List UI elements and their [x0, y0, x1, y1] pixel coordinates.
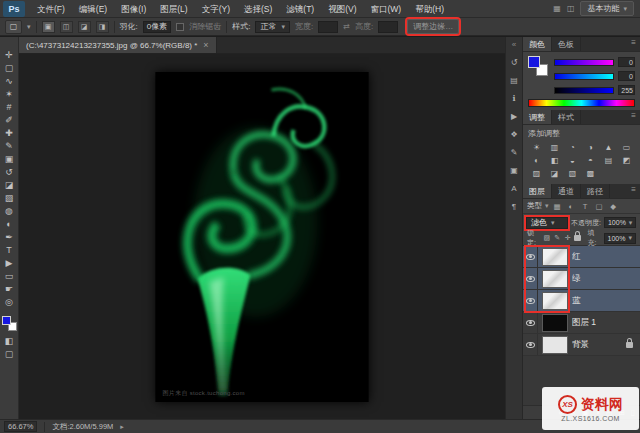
menu-filter[interactable]: 滤镜(T) [279, 0, 321, 18]
visibility-toggle[interactable] [523, 312, 538, 333]
menu-view[interactable]: 视图(V) [321, 0, 363, 18]
refine-edge-button[interactable]: 调整边缘… [407, 19, 459, 34]
layer-name[interactable]: 红 [572, 251, 581, 263]
height-input[interactable] [378, 21, 398, 33]
tool-pen[interactable]: ✒ [1, 231, 18, 244]
vibrance-icon[interactable]: ▲ [600, 142, 617, 154]
navigator-panel-icon[interactable]: ❖ [508, 129, 521, 141]
visibility-toggle[interactable] [523, 334, 538, 355]
tab-adjustments[interactable]: 调整 [523, 110, 552, 124]
document-image[interactable]: 图片来自 stock.tuchong.com [156, 72, 369, 402]
selection-subtract-icon[interactable]: ◪ [78, 21, 91, 33]
curves-icon[interactable]: ◔ [564, 142, 581, 154]
levels-icon[interactable]: ▥ [546, 142, 563, 154]
tool-history-brush[interactable]: ↺ [1, 166, 18, 179]
tool-eraser[interactable]: ◪ [1, 179, 18, 192]
tab-layers[interactable]: 图层 [523, 184, 552, 198]
color-panel-swatches[interactable] [528, 56, 548, 76]
layer-name[interactable]: 蓝 [572, 295, 581, 307]
tool-crop[interactable]: # [1, 101, 18, 114]
layer-row-blue[interactable]: 蓝 [523, 290, 640, 312]
brush-presets-panel-icon[interactable]: ✎ [508, 147, 521, 159]
clone-source-panel-icon[interactable]: ▣ [508, 165, 521, 177]
menu-edit[interactable]: 编辑(E) [72, 0, 114, 18]
tool-lasso[interactable]: ∿ [1, 75, 18, 88]
posterize-icon[interactable]: ▨ [528, 168, 545, 180]
layer-thumbnail[interactable] [542, 314, 568, 332]
filter-type-label[interactable]: 类型 [527, 201, 542, 211]
tool-hand[interactable]: ☛ [1, 283, 18, 296]
tab-styles[interactable]: 样式 [552, 110, 581, 124]
tool-type[interactable]: T [1, 244, 18, 257]
blend-mode-select[interactable]: 滤色 ▾ [526, 217, 568, 229]
current-tool-icon[interactable]: ▢ [5, 20, 22, 34]
menu-layer[interactable]: 图层(L) [153, 0, 194, 18]
tool-magic-wand[interactable]: ✶ [1, 88, 18, 101]
chevron-down-icon[interactable]: ▾ [545, 202, 549, 210]
tab-swatches[interactable]: 色板 [552, 37, 581, 51]
width-input[interactable] [318, 21, 338, 33]
tool-eyedropper[interactable]: ✐ [1, 114, 18, 127]
color-lookup-icon[interactable]: ▤ [600, 155, 617, 167]
menu-window[interactable]: 窗口(W) [364, 0, 409, 18]
photo-filter-icon[interactable]: ◒ [564, 155, 581, 167]
photoshop-logo[interactable]: Ps [3, 1, 25, 17]
layer-row-green[interactable]: 绿 [523, 268, 640, 290]
filter-pixel-icon[interactable]: ▦ [552, 202, 563, 211]
foreground-color-swatch[interactable] [2, 316, 11, 325]
brightness-contrast-icon[interactable]: ☀ [528, 142, 545, 154]
red-channel-slider[interactable] [554, 59, 614, 66]
threshold-icon[interactable]: ◪ [546, 168, 563, 180]
visibility-toggle[interactable] [523, 290, 538, 311]
tool-shape[interactable]: ▭ [1, 270, 18, 283]
actions-panel-icon[interactable]: ▶ [508, 111, 521, 123]
expand-panels-icon[interactable]: « [512, 40, 516, 49]
tool-brush[interactable]: ✎ [1, 140, 18, 153]
info-panel-icon[interactable]: ℹ [508, 93, 521, 105]
blue-channel-value[interactable]: 255 [618, 85, 635, 95]
canvas-pasteboard[interactable]: 图片来自 stock.tuchong.com [19, 54, 505, 419]
filter-shape-icon[interactable]: ▢ [594, 202, 605, 211]
layer-thumbnail[interactable] [542, 336, 568, 354]
tool-blur[interactable]: ◍ [1, 205, 18, 218]
selection-new-icon[interactable]: ▣ [42, 21, 55, 33]
menu-select[interactable]: 选择(S) [237, 0, 279, 18]
layer-thumbnail[interactable] [542, 270, 568, 288]
tool-rectangular-marquee[interactable]: ▢ [1, 62, 18, 75]
close-icon[interactable]: × [203, 40, 208, 50]
screen-mode-icon[interactable]: ▢ [1, 348, 18, 361]
layer-row-layer1[interactable]: 图层 1 [523, 312, 640, 334]
menu-type[interactable]: 文字(Y) [195, 0, 237, 18]
layer-thumbnail[interactable] [542, 248, 568, 266]
tab-color[interactable]: 颜色 [523, 37, 552, 51]
tool-path-selection[interactable]: ▶ [1, 257, 18, 270]
lock-image-pixels-icon[interactable]: ✎ [554, 234, 561, 242]
lock-transparent-pixels-icon[interactable]: ▨ [543, 234, 550, 242]
menu-image[interactable]: 图像(I) [114, 0, 153, 18]
tool-zoom[interactable]: ◎ [1, 296, 18, 309]
tool-gradient[interactable]: ▨ [1, 192, 18, 205]
panel-menu-icon[interactable]: ≡ [627, 37, 640, 51]
document-tab[interactable]: (C:\47373124213237355.jpg @ 66.7%(RGB/8)… [19, 37, 217, 53]
visibility-toggle[interactable] [523, 246, 538, 267]
tab-paths[interactable]: 路径 [581, 184, 610, 198]
panel-menu-icon[interactable]: ≡ [627, 110, 640, 124]
black-white-icon[interactable]: ◧ [546, 155, 563, 167]
gradient-map-icon[interactable]: ▧ [564, 168, 581, 180]
selection-intersect-icon[interactable]: ◨ [96, 21, 109, 33]
blue-channel-slider[interactable] [554, 87, 614, 94]
fill-select[interactable]: 100% ▾ [604, 233, 636, 244]
color-spectrum-bar[interactable] [528, 99, 635, 107]
quick-mask-icon[interactable]: ◧ [1, 335, 18, 348]
green-channel-slider[interactable] [554, 73, 614, 80]
tool-dodge[interactable]: ◐ [1, 218, 18, 231]
layer-name[interactable]: 图层 1 [572, 317, 596, 329]
lock-position-icon[interactable]: ✛ [564, 234, 571, 242]
properties-panel-icon[interactable]: ▤ [508, 75, 521, 87]
hue-saturation-icon[interactable]: ▭ [618, 142, 635, 154]
tool-preset-caret-icon[interactable]: ▾ [27, 23, 31, 31]
workspace-switcher-button[interactable]: 基本功能 ▾ [580, 1, 634, 16]
tool-healing-brush[interactable]: ✚ [1, 127, 18, 140]
layer-thumbnail[interactable] [542, 292, 568, 310]
zoom-level-field[interactable]: 66.67% [4, 421, 37, 432]
